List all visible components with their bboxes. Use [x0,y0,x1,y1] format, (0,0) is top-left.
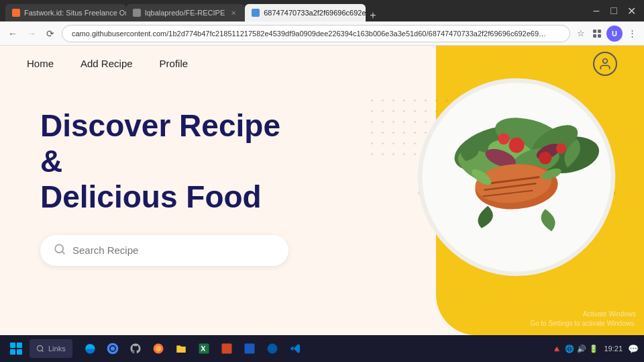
browser-tab-3[interactable]: 68747470733a2f2f69696c692e696... ✕ [245,4,366,21]
tab-favicon-2 [133,9,141,17]
back-button[interactable]: ← [5,26,20,41]
taskbar-search[interactable]: Links [30,339,72,358]
address-bar: ← → ⟳ ☆ U ⋮ [0,21,644,46]
food-plate-container [376,46,644,334]
bookmark-icon[interactable]: ☆ [574,27,588,40]
clock-time: 19:21 [604,345,623,353]
svg-point-4 [603,58,608,63]
tab-label-3: 68747470733a2f2f69696c692e696... [264,9,366,17]
svg-rect-33 [17,349,22,355]
browser-chrome: Fastwork.id: Situs Freelance Onli... ✕ l… [0,0,644,21]
forward-button[interactable]: → [24,26,39,41]
svg-rect-3 [598,34,601,38]
address-icons: ☆ U ⋮ [574,26,639,42]
watermark-line2: Go to Settings to activate Windows. [530,319,636,328]
reload-button[interactable]: ⟳ [43,26,58,41]
hero-title-line2: Delicious Food [40,179,262,214]
profile-icon[interactable]: U [606,26,623,42]
new-tab-button[interactable]: + [366,9,380,21]
svg-point-34 [38,346,43,351]
taskbar-app-firefox[interactable] [148,338,169,359]
window-controls: – □ ✕ [589,3,639,18]
taskbar: Links [0,335,644,362]
svg-point-21 [498,133,509,144]
tray-icon-1: 🔺 [551,344,562,354]
svg-rect-0 [593,30,596,33]
browser-tab-1[interactable]: Fastwork.id: Situs Freelance Onli... ✕ [5,4,126,21]
svg-point-20 [539,152,551,165]
browser-tab-2[interactable]: lqbalapredo/FE-RECIPE ✕ [126,4,245,21]
taskbar-app-word[interactable] [239,338,260,359]
search-input[interactable] [72,244,275,256]
browser-tabs: Fastwork.id: Situs Freelance Onli... ✕ l… [5,0,580,21]
svg-rect-31 [17,343,22,348]
taskbar-right: 🔺 🌐 🔊 🔋 19:21 💬 [551,344,639,354]
taskbar-app-github[interactable] [125,338,146,359]
svg-rect-32 [10,349,15,355]
battery-icon: 🔋 [589,345,598,353]
menu-icon[interactable]: ⋮ [625,27,639,40]
activate-watermark: Activate Windows Go to Settings to activ… [530,310,636,328]
nav-links: Home Add Recipe Profile [27,58,188,69]
taskbar-app-chrome[interactable] [102,338,123,359]
watermark-line1: Activate Windows [530,310,636,319]
svg-point-22 [556,143,566,153]
taskbar-app-edge[interactable] [79,338,101,359]
app-container: Home Add Recipe Profile Discover Recipe … [0,46,644,335]
svg-line-35 [42,350,43,351]
maximize-button[interactable]: □ [606,3,621,18]
taskbar-app-files[interactable] [170,338,192,359]
svg-point-42 [267,344,277,354]
taskbar-app-edge2[interactable] [262,338,283,359]
tab-label-2: lqbalapredo/FE-RECIPE [145,9,225,17]
system-clock[interactable]: 19:21 [604,345,623,353]
svg-rect-40 [221,344,231,354]
tab-label-1: Fastwork.id: Situs Freelance Onli... [24,9,126,17]
notification-button[interactable]: 💬 [628,344,639,354]
food-plate-svg [389,59,644,314]
taskbar-search-label: Links [48,345,66,353]
taskbar-apps [79,338,306,359]
search-icon [54,243,66,258]
tab-favicon-1 [12,9,20,17]
nav-home[interactable]: Home [27,58,54,69]
minimize-button[interactable]: – [589,3,604,18]
hero-title: Discover Recipe & Delicious Food [40,108,309,215]
volume-icon: 🔊 [577,345,586,353]
svg-rect-1 [598,30,601,33]
svg-rect-41 [244,344,254,354]
svg-point-19 [509,138,525,153]
user-avatar[interactable] [593,52,617,76]
svg-rect-30 [10,343,15,348]
taskbar-app-powerpoint[interactable] [216,338,237,359]
svg-point-38 [156,346,161,351]
navbar: Home Add Recipe Profile [0,46,644,81]
address-input[interactable] [62,25,570,42]
svg-point-36 [110,347,115,351]
hero-title-line1: Discover Recipe & [40,108,280,179]
taskbar-app-vscode[interactable] [284,338,306,359]
network-icon: 🌐 [565,345,574,353]
tab-close-2[interactable]: ✕ [229,8,238,17]
search-box [40,235,288,266]
taskbar-tray: 🔺 🌐 🔊 🔋 [551,344,598,354]
svg-line-6 [62,251,64,253]
close-button[interactable]: ✕ [624,3,639,18]
nav-add-recipe[interactable]: Add Recipe [80,58,133,69]
extensions-icon[interactable] [590,27,604,40]
tab-favicon-3 [252,9,260,17]
taskbar-app-excel[interactable] [193,338,215,359]
start-button[interactable] [5,338,27,359]
nav-profile[interactable]: Profile [160,58,189,69]
svg-rect-2 [593,34,596,38]
